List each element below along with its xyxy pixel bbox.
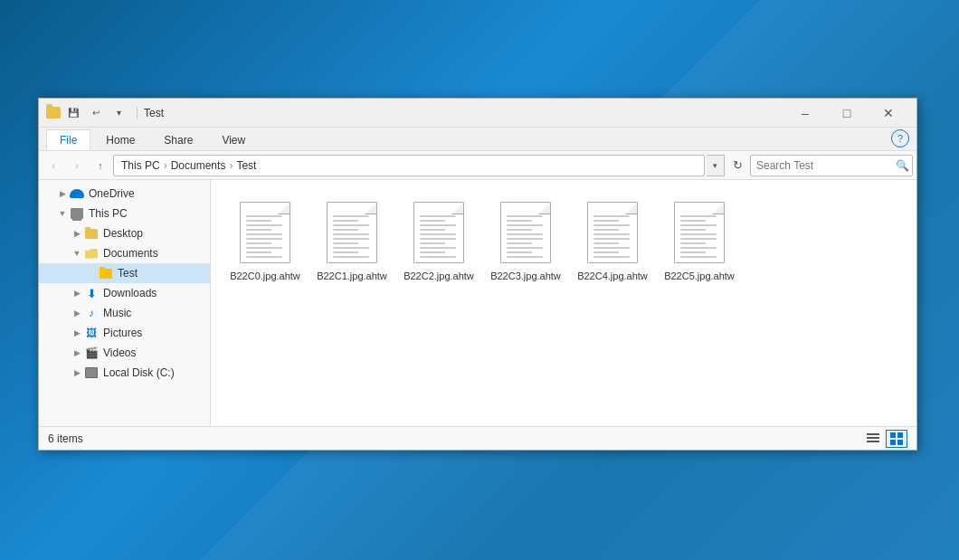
music-label: Music	[103, 307, 131, 319]
disk-icon	[84, 365, 99, 380]
sidebar-item-documents[interactable]: ▼ Documents	[39, 243, 210, 263]
address-dropdown-btn[interactable]: ▾	[707, 155, 725, 176]
forward-button[interactable]: ›	[66, 155, 88, 176]
path-test[interactable]: Test	[236, 159, 256, 172]
address-path-box[interactable]: This PC › Documents › Test	[113, 155, 705, 176]
status-bar: 6 items	[39, 426, 916, 450]
minimize-button[interactable]: –	[784, 99, 826, 128]
file-icon-0	[236, 199, 294, 266]
toggle-desktop[interactable]: ▶	[71, 228, 82, 239]
save-quick-btn[interactable]: 💾	[63, 105, 83, 121]
file-name-4: B22C4.jpg.ahtw	[577, 270, 648, 282]
file-name-5: B22C5.jpg.ahtw	[664, 270, 735, 282]
search-input[interactable]	[756, 159, 892, 172]
file-item-3[interactable]: B22C3.jpg.ahtw	[486, 195, 565, 287]
toggle-music[interactable]: ▶	[71, 308, 82, 318]
search-icon[interactable]: 🔍	[896, 159, 909, 172]
sidebar: ▶ OneDrive ▼ This PC ▶ Desktop	[39, 180, 211, 426]
path-documents[interactable]: Documents	[171, 159, 226, 172]
toggle-localdisk[interactable]: ▶	[71, 367, 82, 378]
file-icon-3	[497, 199, 555, 266]
window-controls: – □ ✕	[784, 99, 909, 128]
file-icon-1	[323, 199, 381, 266]
svg-rect-6	[897, 440, 903, 445]
test-folder-icon	[99, 266, 113, 280]
item-count: 6 items	[48, 432, 862, 445]
up-button[interactable]: ↑	[90, 155, 111, 176]
file-item-5[interactable]: B22C5.jpg.ahtw	[660, 195, 739, 287]
toggle-downloads[interactable]: ▶	[71, 288, 82, 299]
tab-file[interactable]: File	[46, 129, 90, 150]
file-icon-2	[410, 199, 468, 266]
undo-quick-btn[interactable]: ↩	[86, 105, 106, 121]
pictures-icon: 🖼	[84, 326, 99, 340]
file-item-0[interactable]: B22C0.jpg.ahtw	[225, 195, 305, 287]
file-page-0	[240, 202, 290, 263]
sidebar-item-music[interactable]: ▶ ♪ Music	[39, 303, 210, 323]
svg-rect-2	[867, 441, 879, 442]
list-view-button[interactable]	[862, 430, 884, 448]
quick-access-dropdown[interactable]: ▾	[109, 105, 128, 121]
toggle-onedrive[interactable]: ▶	[57, 188, 68, 199]
file-page-3	[500, 202, 551, 263]
toggle-thispc[interactable]: ▼	[57, 208, 68, 219]
svg-rect-1	[867, 437, 879, 439]
sidebar-item-test[interactable]: ▶ Test	[39, 263, 210, 283]
file-page-5	[674, 202, 725, 263]
toggle-videos[interactable]: ▶	[71, 347, 82, 358]
sidebar-item-videos[interactable]: ▶ 🎬 Videos	[39, 343, 210, 363]
toggle-pictures[interactable]: ▶	[71, 327, 82, 338]
desktop-label: Desktop	[103, 227, 143, 240]
sidebar-item-pictures[interactable]: ▶ 🖼 Pictures	[39, 323, 210, 343]
desktop-folder-icon	[84, 226, 99, 241]
icon-view-button[interactable]	[886, 430, 907, 448]
window-title: Test	[144, 107, 784, 119]
view-buttons	[862, 430, 907, 448]
file-name-1: B22C1.jpg.ahtw	[317, 270, 387, 282]
svg-rect-4	[897, 432, 903, 438]
svg-rect-3	[890, 432, 896, 438]
downloads-label: Downloads	[103, 287, 157, 299]
path-thispc[interactable]: This PC	[121, 159, 160, 172]
file-name-0: B22C0.jpg.ahtw	[230, 270, 300, 282]
file-name-3: B22C3.jpg.ahtw	[490, 270, 561, 282]
thispc-label: This PC	[89, 207, 128, 220]
svg-rect-5	[890, 440, 896, 445]
sidebar-item-downloads[interactable]: ▶ ⬇ Downloads	[39, 283, 210, 303]
help-button[interactable]: ?	[891, 129, 909, 147]
address-bar: ‹ › ↑ This PC › Documents › Test ▾ ↻ 🔍	[39, 151, 916, 180]
toolbar-separator	[137, 107, 138, 119]
file-item-2[interactable]: B22C2.jpg.ahtw	[399, 195, 479, 287]
search-box[interactable]: 🔍	[750, 155, 913, 176]
refresh-button[interactable]: ↻	[726, 155, 748, 176]
toggle-documents[interactable]: ▼	[71, 248, 82, 259]
documents-label: Documents	[103, 247, 158, 260]
onedrive-label: OneDrive	[89, 187, 135, 200]
file-item-1[interactable]: B22C1.jpg.ahtw	[312, 195, 392, 287]
videos-icon: 🎬	[84, 346, 99, 360]
close-button[interactable]: ✕	[868, 99, 909, 128]
file-item-4[interactable]: B22C4.jpg.ahtw	[573, 195, 652, 287]
pictures-label: Pictures	[103, 327, 142, 339]
music-icon: ♪	[84, 306, 99, 320]
path-sep-2: ›	[229, 159, 233, 172]
path-sep-1: ›	[164, 159, 167, 172]
file-page-1	[327, 202, 377, 263]
sidebar-item-desktop[interactable]: ▶ Desktop	[39, 223, 210, 243]
file-icon-5	[670, 199, 728, 266]
onedrive-icon	[70, 186, 84, 201]
videos-label: Videos	[103, 346, 136, 359]
main-area: ▶ OneDrive ▼ This PC ▶ Desktop	[39, 180, 916, 426]
back-button[interactable]: ‹	[43, 155, 64, 176]
maximize-button[interactable]: □	[826, 99, 868, 128]
sidebar-item-localdisk[interactable]: ▶ Local Disk (C:)	[39, 363, 210, 383]
sidebar-item-onedrive[interactable]: ▶ OneDrive	[39, 184, 210, 204]
localdisk-label: Local Disk (C:)	[103, 366, 175, 379]
tab-share[interactable]: Share	[150, 129, 206, 150]
downloads-icon: ⬇	[84, 286, 99, 300]
sidebar-item-thispc[interactable]: ▼ This PC	[39, 204, 210, 223]
tab-view[interactable]: View	[208, 129, 259, 150]
window-icon	[46, 107, 61, 119]
tab-home[interactable]: Home	[92, 129, 148, 150]
file-explorer-window: 💾 ↩ ▾ Test – □ ✕ File Home Share View ? …	[38, 98, 917, 451]
